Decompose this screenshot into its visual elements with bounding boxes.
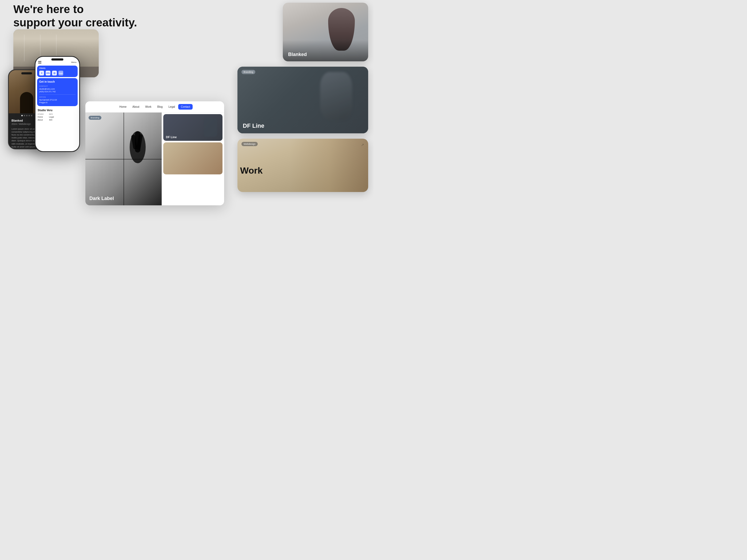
office-address-line1: Na Karmeli 2711/19 [39,99,76,101]
contact-section-label: CONTACT [39,85,76,87]
clients-label: Clients [39,67,76,69]
df-line-card: Branding DF Line [237,67,368,133]
nav-item-legal[interactable]: Legal [166,104,178,110]
hero-line2: support your creativity. [14,16,137,29]
contact-email: studio@veru.com [39,88,76,90]
contact-phone: (420) 019 271 742 [39,90,76,93]
footer-info-label: INFO [49,113,54,115]
office-section-label: OFFICE [39,96,76,98]
clients-block: Clients ✦ LMNL ◎ logo [37,65,78,77]
footer-link-home[interactable]: Home [37,116,44,118]
df-line-label: DF Line [243,123,264,129]
footer-link-about[interactable]: About [37,119,44,121]
nav-item-about[interactable]: About [130,104,142,110]
hamburger-icon[interactable] [38,61,41,63]
studio-name: Studio Veru [37,109,77,112]
nav-item-blog[interactable]: Blog [155,104,165,110]
website-preview: Home About Work Blog Legal Contact [85,101,224,205]
dark-label-text: Dark Label [89,196,114,201]
website-nav: Home About Work Blog Legal Contact [85,101,224,112]
get-in-touch-title: Get in touch [39,80,76,83]
client-logo-1: ✦ [39,71,44,76]
sidebar-card-label: DF Line [166,135,177,139]
client-logo-2: LMNL [46,71,50,76]
website-sidebar: DF Line [162,112,224,205]
nav-item-home[interactable]: Home [117,104,129,110]
blanked-card: Blanked [283,3,368,61]
footer-studio-label: STUDIO [37,113,44,115]
client-logo-3: ◎ [52,71,57,76]
branding-badge-dfline: Branding [241,70,255,74]
nav-item-work[interactable]: Work [143,104,154,110]
get-in-touch-block: Get in touch CONTACT studio@veru.com (42… [37,78,78,106]
hero-line1: We're here to [14,3,137,16]
menu-label[interactable]: Menu [71,61,77,63]
dark-label-section: Branding Dark Label [85,112,162,205]
studio-footer: Studio Veru STUDIO Home About INFO Legal… [35,107,79,123]
office-address-line2: Prague 8 [39,101,76,104]
nav-item-contact[interactable]: Contact [178,104,192,110]
work-label: Work [240,165,262,176]
footer-link-legal[interactable]: Legal [49,116,54,118]
webdesign-badge: Webdesign [241,142,258,146]
phone-front-mockup: Menu Clients ✦ LMNL ◎ logo [35,56,80,152]
footer-link-404[interactable]: 404 [49,119,54,121]
client-logo-4: logo [58,71,63,76]
branding-badge-darklabel: Branding [88,116,101,120]
blanked-card-label: Blanked [288,52,307,57]
